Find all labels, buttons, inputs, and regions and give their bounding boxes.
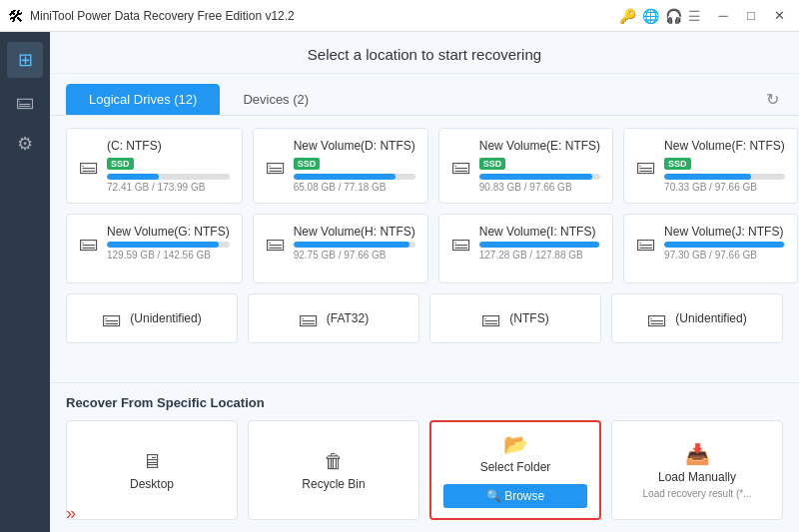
app-body: ⊞ 🖴 ⚙ Select a location to start recover… xyxy=(0,32,799,532)
headset-icon[interactable]: 🎧 xyxy=(665,8,682,24)
drive-bar-fill xyxy=(664,242,783,248)
drives-icon: 🖴 xyxy=(16,92,34,113)
home-icon: ⊞ xyxy=(18,49,33,71)
sidebar-item-home[interactable]: ⊞ xyxy=(7,42,43,78)
drive-bar xyxy=(107,242,230,248)
drive-size: 70.33 GB / 97.66 GB xyxy=(664,182,785,193)
drive-size: 65.08 GB / 77.18 GB xyxy=(294,182,415,193)
drive-name: New Volume(E: NTFS) xyxy=(479,139,600,153)
drive-card[interactable]: 🖴 New Volume(J: NTFS) 97.30 GB / 97.66 G… xyxy=(623,214,798,283)
drive-bar-fill xyxy=(294,174,397,180)
drive-size: 90.83 GB / 97.66 GB xyxy=(479,182,600,193)
drive-bar xyxy=(107,174,230,180)
close-button[interactable]: ✕ xyxy=(767,6,791,26)
drive-name: New Volume(I: NTFS) xyxy=(479,225,600,239)
specific-card-sub: Load recovery result (*... xyxy=(643,488,752,499)
drive-icon: 🖴 xyxy=(266,232,286,255)
drive-icon: 🖴 xyxy=(451,155,471,178)
drive-card-top: 🖴 New Volume(D: NTFS) SSD 65.08 GB / 77.… xyxy=(266,139,415,193)
drive-icon: 🖴 xyxy=(481,307,501,330)
drive-card-top: 🖴 New Volume(F: NTFS) SSD 70.33 GB / 97.… xyxy=(636,139,785,193)
specific-card-label: Recycle Bin xyxy=(302,477,365,491)
drive-icon: 🖴 xyxy=(451,232,471,255)
ssd-badge: SSD xyxy=(294,158,321,170)
drive-bar-fill xyxy=(107,174,159,180)
refresh-button[interactable]: ↻ xyxy=(762,86,783,113)
sidebar-item-drives[interactable]: 🖴 xyxy=(7,84,43,120)
unidentified-card[interactable]: 🖴 (Unidentified) xyxy=(611,293,783,343)
drive-name: New Volume(J: NTFS) xyxy=(664,225,785,239)
window-controls[interactable]: ─ □ ✕ xyxy=(711,6,791,26)
content-area: Select a location to start recovering Lo… xyxy=(50,32,799,532)
page-title: Select a location to start recovering xyxy=(308,46,541,63)
drive-icon: 🖴 xyxy=(636,232,656,255)
drive-card[interactable]: 🖴 New Volume(I: NTFS) 127.28 GB / 127.88… xyxy=(438,214,613,283)
minimize-button[interactable]: ─ xyxy=(711,6,735,26)
unidentified-label: (NTFS) xyxy=(509,311,548,325)
specific-card-label: Select Folder xyxy=(480,460,551,474)
drive-icon: 🖴 xyxy=(266,155,286,178)
drive-card[interactable]: 🖴 New Volume(E: NTFS) SSD 90.83 GB / 97.… xyxy=(438,128,613,204)
drive-icon: 🖴 xyxy=(647,307,667,330)
drive-icon: 🖴 xyxy=(636,155,656,178)
unidentified-label: (Unidentified) xyxy=(130,311,201,325)
specific-card-desktop[interactable]: 🖥 Desktop xyxy=(66,420,238,520)
drive-size: 72.41 GB / 173.99 GB xyxy=(107,182,230,193)
ssd-badge: SSD xyxy=(479,158,506,170)
drive-bar xyxy=(294,242,415,248)
app-icon: 🛠 xyxy=(8,8,24,24)
drive-card-top: 🖴 (C: NTFS) SSD 72.41 GB / 173.99 GB xyxy=(79,139,230,193)
browse-button[interactable]: 🔍 Browse xyxy=(443,484,587,508)
expand-button[interactable]: » xyxy=(66,503,76,524)
specific-card-icon: 📥 xyxy=(685,442,710,466)
drive-size: 129.59 GB / 142.56 GB xyxy=(107,250,230,261)
drive-card-top: 🖴 New Volume(G: NTFS) 129.59 GB / 142.56… xyxy=(79,225,230,261)
drive-bar xyxy=(664,174,785,180)
drives-section: 🖴 (C: NTFS) SSD 72.41 GB / 173.99 GB 🖴 N… xyxy=(50,116,799,382)
unidentified-card[interactable]: 🖴 (NTFS) xyxy=(429,293,601,343)
specific-card-icon: 🖥 xyxy=(142,450,162,473)
tab-devices[interactable]: Devices (2) xyxy=(220,84,332,115)
page-header: Select a location to start recovering xyxy=(50,32,799,74)
specific-grid: 🖥 Desktop 🗑 Recycle Bin 📂 Select Folder … xyxy=(66,420,783,520)
specific-section-title: Recover From Specific Location xyxy=(66,395,783,410)
drive-card[interactable]: 🖴 New Volume(H: NTFS) 92.75 GB / 97.66 G… xyxy=(253,214,428,283)
drives-grid: 🖴 (C: NTFS) SSD 72.41 GB / 173.99 GB 🖴 N… xyxy=(66,128,783,283)
drive-name: New Volume(H: NTFS) xyxy=(294,225,415,239)
unidentified-card[interactable]: 🖴 (Unidentified) xyxy=(66,293,238,343)
drive-bar-fill xyxy=(479,242,599,248)
menu-icon[interactable]: ☰ xyxy=(688,8,701,24)
unidentified-grid: 🖴 (Unidentified) 🖴 (FAT32) 🖴 (NTFS) 🖴 (U… xyxy=(66,293,783,343)
unidentified-card[interactable]: 🖴 (FAT32) xyxy=(248,293,419,343)
app-title: MiniTool Power Data Recovery Free Editio… xyxy=(30,9,619,23)
ssd-badge: SSD xyxy=(107,158,134,170)
unidentified-label: (FAT32) xyxy=(327,311,369,325)
key-icon[interactable]: 🔑 xyxy=(619,8,636,24)
specific-card-load-manually[interactable]: 📥 Load Manually Load recovery result (*.… xyxy=(611,420,783,520)
drive-icon: 🖴 xyxy=(79,232,99,255)
drive-bar-fill xyxy=(479,174,592,180)
ssd-badge: SSD xyxy=(664,158,691,170)
specific-card-recycle-bin[interactable]: 🗑 Recycle Bin xyxy=(248,420,419,520)
drive-name: New Volume(G: NTFS) xyxy=(107,225,230,239)
globe-icon[interactable]: 🌐 xyxy=(642,8,659,24)
drive-size: 92.75 GB / 97.66 GB xyxy=(294,250,415,261)
drive-card[interactable]: 🖴 New Volume(D: NTFS) SSD 65.08 GB / 77.… xyxy=(253,128,428,204)
specific-card-icon: 🗑 xyxy=(324,450,344,473)
drive-bar xyxy=(479,174,600,180)
title-action-icons: 🔑 🌐 🎧 ☰ xyxy=(619,8,701,24)
tab-logical-drives[interactable]: Logical Drives (12) xyxy=(66,84,220,115)
drive-icon: 🖴 xyxy=(299,307,319,330)
drive-card-top: 🖴 New Volume(H: NTFS) 92.75 GB / 97.66 G… xyxy=(266,225,415,261)
unidentified-label: (Unidentified) xyxy=(675,311,746,325)
drive-card[interactable]: 🖴 New Volume(F: NTFS) SSD 70.33 GB / 97.… xyxy=(623,128,798,204)
maximize-button[interactable]: □ xyxy=(739,6,763,26)
specific-card-select-folder[interactable]: 📂 Select Folder 🔍 Browse xyxy=(429,420,601,520)
drive-bar-fill xyxy=(664,174,751,180)
drive-card[interactable]: 🖴 New Volume(G: NTFS) 129.59 GB / 142.56… xyxy=(66,214,243,283)
drive-bar xyxy=(664,242,785,248)
drive-card[interactable]: 🖴 (C: NTFS) SSD 72.41 GB / 173.99 GB xyxy=(66,128,243,204)
settings-icon: ⚙ xyxy=(17,133,33,155)
sidebar-item-settings[interactable]: ⚙ xyxy=(7,126,43,162)
title-bar: 🛠 MiniTool Power Data Recovery Free Edit… xyxy=(0,0,799,32)
